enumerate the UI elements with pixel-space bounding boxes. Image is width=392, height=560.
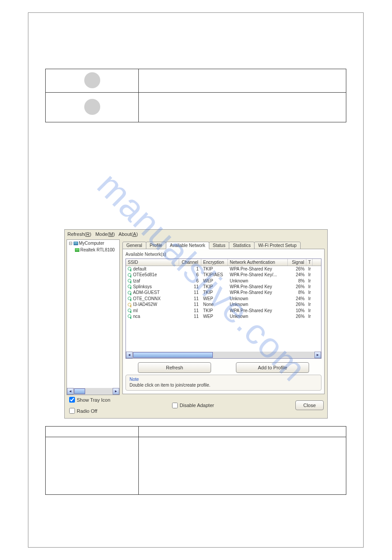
- tab-wps[interactable]: Wi-Fi Protect Setup: [254, 242, 301, 249]
- network-row[interactable]: I3-IAD452W11NoneUnknown26%Ir: [126, 302, 321, 307]
- disable-adapter-checkbox[interactable]: Disable Adapter: [172, 403, 286, 408]
- scroll-thumb[interactable]: [74, 388, 85, 394]
- tab-statistics[interactable]: Statistics: [229, 242, 255, 249]
- tree-adapter[interactable]: Realtek RTL8100: [67, 247, 119, 253]
- group-label: Available Network(s): [125, 252, 321, 257]
- radio-off-checkbox[interactable]: Radio Off: [69, 408, 163, 414]
- network-row[interactable]: OTE_CONNX11WEPUnknown24%Ir: [126, 296, 321, 302]
- right-pane: General Profile Available Network Status…: [120, 239, 327, 396]
- tree-adapter-label: Realtek RTL8100: [80, 247, 115, 252]
- scroll-thumb[interactable]: [133, 352, 213, 358]
- wifi-icon: [128, 273, 132, 278]
- circle-icon: [84, 99, 100, 115]
- network-row[interactable]: ADM-GUEST11TKIPWPA Pre-Shared Key8%Ir: [126, 290, 321, 295]
- scroll-left-icon[interactable]: ◄: [126, 352, 133, 358]
- tab-general[interactable]: General: [122, 242, 146, 249]
- note-box: Note Double click on item to join/create…: [125, 375, 321, 391]
- scroll-right-icon[interactable]: ►: [113, 388, 119, 395]
- note-label: Note: [129, 377, 318, 382]
- wifi-icon: [128, 279, 132, 283]
- col-trunc[interactable]: T: [306, 259, 313, 266]
- menu-refresh[interactable]: Refresh(R): [67, 231, 91, 237]
- tab-status[interactable]: Status: [209, 242, 229, 249]
- tab-profile[interactable]: Profile: [146, 242, 166, 249]
- tab-strip: General Profile Available Network Status…: [122, 240, 325, 249]
- table1-r1-icon: [46, 69, 139, 93]
- col-auth[interactable]: Network Authentication: [228, 259, 288, 266]
- wifi-icon: [128, 267, 132, 271]
- add-to-profile-button[interactable]: Add to Profile: [236, 362, 309, 373]
- table1-r2-icon: [46, 93, 139, 122]
- wifi-icon: [128, 314, 132, 319]
- col-channel[interactable]: Channel: [179, 259, 201, 266]
- network-row[interactable]: nca11WEPUnknown26%Ir: [126, 313, 321, 319]
- menu-mode[interactable]: Mode(M): [95, 231, 115, 237]
- note-text: Double click on item to join/create prof…: [129, 383, 318, 388]
- table2-r2-c2: [139, 437, 346, 495]
- col-encryption[interactable]: Encryption: [201, 259, 228, 266]
- network-row[interactable]: Splinksys11TKIPWPA Pre-Shared Key26%Ir: [126, 284, 321, 290]
- button-row: Refresh Add to Profile: [125, 362, 321, 373]
- bottom-table: [45, 426, 346, 495]
- disable-adapter-input[interactable]: [172, 403, 178, 408]
- circle-icon: [84, 72, 100, 88]
- table1-r2-c2: [139, 93, 346, 122]
- close-button[interactable]: Close: [295, 400, 324, 410]
- col-ssid[interactable]: SSID: [126, 259, 179, 266]
- scroll-left-icon[interactable]: ◄: [67, 388, 74, 395]
- adapter-tree[interactable]: MyComputer Realtek RTL8100 ◄ ►: [67, 239, 120, 395]
- wifi-icon: [128, 291, 132, 295]
- tab-content: Available Network(s) SSID Channel Encryp…: [122, 249, 325, 394]
- refresh-button[interactable]: Refresh: [138, 362, 211, 373]
- list-scrollbar[interactable]: ◄ ►: [126, 352, 321, 358]
- tree-root-label: MyComputer: [79, 241, 104, 246]
- radio-off-input[interactable]: [69, 408, 75, 414]
- bottom-bar: Show Tray Icon Radio Off Disable Adapter…: [65, 396, 327, 416]
- wireless-utility-window: Refresh(R) Mode(M) About(A) MyComputer R…: [64, 229, 328, 419]
- tree-scrollbar[interactable]: ◄ ►: [67, 388, 119, 395]
- computer-icon: [74, 242, 78, 245]
- wifi-icon: [128, 309, 132, 313]
- scroll-right-icon[interactable]: ►: [314, 352, 321, 358]
- table1-r1-c2: [139, 69, 346, 93]
- disable-adapter-label: Disable Adapter: [180, 403, 214, 408]
- wifi-icon: [128, 303, 132, 307]
- network-row[interactable]: tzaf6WEPUnknown8%Ir: [126, 278, 321, 284]
- wifi-icon: [128, 285, 132, 289]
- menubar: Refresh(R) Mode(M) About(A): [65, 230, 327, 239]
- menu-about[interactable]: About(A): [118, 231, 137, 237]
- table2-r1-c2: [139, 427, 346, 437]
- top-table: [45, 69, 346, 122]
- network-row[interactable]: OTEe5d81e6TKIP/AESWPA Pre-Shared Key/...…: [126, 272, 321, 278]
- radio-off-label: Radio Off: [77, 408, 97, 414]
- col-signal[interactable]: Signal: [288, 259, 306, 266]
- show-tray-checkbox[interactable]: Show Tray Icon: [69, 397, 163, 403]
- table2-r2-c1: [46, 437, 139, 495]
- wifi-icon: [128, 297, 132, 301]
- network-list[interactable]: SSID Channel Encryption Network Authenti…: [125, 258, 321, 359]
- tab-available-network[interactable]: Available Network: [166, 242, 209, 249]
- network-row[interactable]: ml11TKIPWPA Pre-Shared Key10%Ir: [126, 308, 321, 313]
- list-header: SSID Channel Encryption Network Authenti…: [126, 259, 321, 266]
- list-body: default1TKIPWPA Pre-Shared Key26%IrOTEe5…: [126, 266, 321, 319]
- table2-r1-c1: [46, 427, 139, 437]
- tree-mycomputer[interactable]: MyComputer: [67, 240, 119, 247]
- nic-icon: [75, 248, 79, 252]
- network-row[interactable]: default1TKIPWPA Pre-Shared Key26%Ir: [126, 266, 321, 272]
- show-tray-label: Show Tray Icon: [77, 397, 110, 403]
- show-tray-input[interactable]: [69, 397, 75, 403]
